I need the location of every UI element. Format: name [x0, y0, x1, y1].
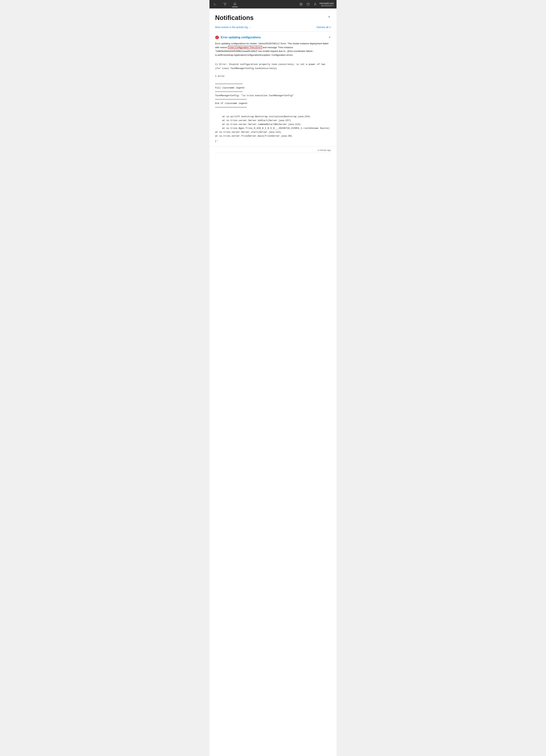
filter-icon[interactable] [222, 1, 228, 7]
error-detail-block: 1) Error: Invalid configuration property… [215, 59, 331, 113]
user-org: MICROSOFT [319, 5, 334, 7]
notification-body: Error updating configurations for cluste… [215, 42, 331, 143]
highlighted-error-code: 'User.Configuration.Trino.Error' [228, 46, 262, 49]
toolbar: microsoft.com MICROSOFT [209, 0, 337, 8]
stack-line-4: at io.trino.$gen.Trino_0_410_0_1_0_5_0__… [215, 126, 331, 130]
user-icon[interactable] [312, 1, 318, 7]
stack-line-5: at io.trino.server.Server.start(Server.j… [215, 130, 331, 134]
notification-panel: Notifications × More events in the activ… [209, 8, 337, 153]
error-icon: ! [215, 35, 219, 39]
terminal-icon[interactable] [212, 1, 218, 7]
notification-card: ! Error updating configurations × Error … [209, 32, 337, 147]
activity-log-link[interactable]: More events in the activity log → [215, 26, 251, 29]
svg-marker-1 [224, 3, 226, 5]
svg-text:!: ! [217, 36, 217, 39]
notification-title: Error updating configurations [221, 36, 261, 39]
settings-icon[interactable] [298, 1, 304, 7]
notification-main-text: Error updating configurations for cluste… [215, 42, 331, 57]
dismiss-chevron-icon: ∨ [329, 26, 331, 29]
panel-actions: More events in the activity log → Dismis… [209, 24, 337, 31]
panel-title: Notifications [215, 14, 254, 22]
notification-title-row: ! Error updating configurations [215, 35, 261, 39]
notification-header: ! Error updating configurations × [215, 35, 331, 40]
dismiss-all-label: Dismiss all [317, 26, 328, 29]
stack-closing: ].'.' [215, 139, 331, 143]
help-icon[interactable] [305, 1, 311, 7]
toolbar-user-info: microsoft.com MICROSOFT [319, 2, 334, 7]
stack-line-1: at io.airlift.bootstrap.Bootstrap.initia… [215, 115, 331, 119]
panel-header: Notifications × [209, 8, 337, 24]
toolbar-right: microsoft.com MICROSOFT [298, 1, 334, 7]
stack-trace-block: at io.airlift.bootstrap.Bootstrap.initia… [215, 115, 331, 138]
notification-close-button[interactable]: × [328, 35, 331, 40]
svg-point-2 [301, 4, 302, 5]
panel-close-button[interactable]: × [327, 14, 331, 20]
toolbar-left [212, 1, 238, 7]
user-domain: microsoft.com [319, 2, 334, 5]
stack-line-2: at io.trino.server.Server.doStart(Server… [215, 119, 331, 122]
svg-point-3 [307, 3, 310, 6]
notification-timestamp: a minute ago [209, 147, 337, 153]
svg-point-5 [315, 3, 316, 4]
stack-line-3: at io.trino.server.Server.lambda$start$0… [215, 122, 331, 126]
stack-line-6: at io.trino.server.TrinoServer.main(Trin… [215, 134, 331, 138]
bell-icon[interactable] [232, 1, 238, 7]
dismiss-all-button[interactable]: Dismiss all ∨ [317, 26, 331, 29]
